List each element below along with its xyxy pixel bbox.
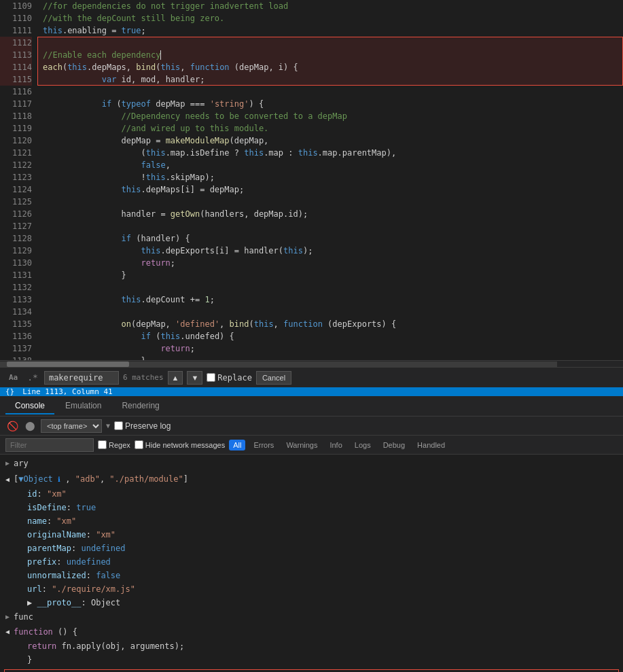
app-container: 1109 1110 1111 1112 1113 1114 1115 1116 … (0, 0, 623, 672)
frame-expand-icon[interactable]: ▼ (106, 422, 110, 429)
line-numbers: 1109 1110 1111 1112 1113 1114 1115 1116 … (0, 0, 37, 360)
code-line-1112 (37, 37, 623, 49)
code-line-1136: if (this.undefed) { (37, 330, 623, 342)
frame-select[interactable]: <top frame> (41, 419, 102, 433)
code-line-1119: //and wired up to this module. (37, 122, 623, 135)
line-num-1132: 1132 (0, 281, 32, 294)
code-line-1131: } (37, 269, 623, 281)
clear-console-icon[interactable]: 🚫 (5, 419, 20, 433)
prop-isdefine: isDefine: true (22, 501, 623, 514)
console-tabs: Console Emulation Rendering (0, 396, 623, 417)
code-line-1111: this.enabling = true; (37, 24, 623, 37)
hide-network-label[interactable]: Hide network messages (135, 440, 225, 449)
horizontal-scrollbar[interactable] (0, 360, 623, 367)
line-num-1117: 1117 (0, 98, 32, 110)
level-logs[interactable]: Logs (351, 440, 375, 450)
code-line-1125 (37, 196, 623, 208)
object-label: [▼Object ℹ , "adb", "./path/module"] (14, 473, 188, 486)
line-num-1116: 1116 (0, 86, 32, 98)
code-line-1124: this.depMaps[i] = depMap; (37, 183, 623, 196)
console-entry-func[interactable]: ▶ func (0, 609, 623, 624)
code-line-1118: //Dependency needs to be converted to a … (37, 110, 623, 122)
preserve-log-label[interactable]: Preserve log (114, 421, 171, 431)
replace-checkbox[interactable] (207, 373, 215, 382)
filter-icon[interactable]: ⬤ (24, 419, 37, 432)
expand-icon-func[interactable]: ▶ (5, 611, 10, 623)
code-line-1113: //Enable each dependency (37, 49, 623, 61)
prop-originalname: originalName: "xm" (22, 528, 623, 542)
console-entry-object: ◀ [▼Object ℹ , "adb", "./path/module"] i… (0, 472, 623, 609)
line-num-1119: 1119 (0, 122, 32, 135)
hide-network-checkbox[interactable] (135, 440, 143, 449)
level-all[interactable]: All (229, 440, 245, 450)
code-line-1117: if (typeof depMap === 'string') { (37, 98, 623, 110)
code-line-1110: //with the depCount still being zero. (37, 12, 623, 24)
console-toolbar: 🚫 ⬤ <top frame> ▼ Preserve log (0, 417, 623, 436)
next-match-btn[interactable]: ▼ (187, 371, 202, 385)
prop-unnormalized: unnormalized: false (22, 569, 623, 582)
match-count: 6 matches (123, 373, 164, 382)
tab-console[interactable]: Console (5, 398, 54, 414)
line-num-1111: 1111 (0, 24, 32, 37)
search-input[interactable] (44, 371, 119, 385)
prop-prefix: prefix: undefined (22, 555, 623, 569)
code-line-1128: if (handler) { (37, 232, 623, 245)
collapse-icon-func[interactable]: ◀ (5, 626, 10, 638)
console-entry-ary[interactable]: ▶ ary (0, 456, 623, 472)
prop-name: name: "xm" (22, 514, 623, 528)
case-sensitive-btn[interactable]: Aa (5, 372, 21, 383)
editor-area: 1109 1110 1111 1112 1113 1114 1115 1116 … (0, 0, 623, 387)
code-line-1126: handler = getOwn(handlers, depMap.id); (37, 208, 623, 220)
tab-emulation[interactable]: Emulation (56, 398, 111, 414)
function-line-2: } (22, 653, 623, 667)
line-num-1110: 1110 (0, 12, 32, 24)
console-entry-function: ◀ function () { return fn.apply(obj, arg… (0, 624, 623, 667)
level-warnings[interactable]: Warnings (282, 440, 321, 450)
function-header[interactable]: ◀ function () { (0, 624, 623, 639)
code-line-1127 (37, 220, 623, 232)
cancel-search-btn[interactable]: Cancel (256, 371, 291, 385)
expand-icon-ary[interactable]: ▶ (5, 457, 10, 470)
tab-rendering[interactable]: Rendering (112, 398, 168, 414)
replace-checkbox-label[interactable]: Replace (207, 373, 252, 383)
code-line-1137: return; (37, 342, 623, 355)
level-handled[interactable]: Handled (413, 440, 449, 450)
code-line-1133: this.depCount += 1; (37, 294, 623, 306)
console-output[interactable]: ▶ ary ◀ [▼Object ℹ , "adb", "./path/modu… (0, 455, 623, 672)
regex-checkbox[interactable] (98, 440, 107, 449)
level-info[interactable]: Info (325, 440, 346, 450)
function-body: return fn.apply(obj, arguments); } (0, 639, 623, 667)
line-num-1113: 1113 (0, 49, 32, 61)
line-num-1133: 1133 (0, 294, 32, 306)
code-content[interactable]: //for dependencies do not trigger inadve… (37, 0, 623, 360)
code-line-1129: this.depExports[i] = handler(this); (37, 245, 623, 257)
line-num-1118: 1118 (0, 110, 32, 122)
entry-label-func: func (14, 611, 33, 623)
prev-match-btn[interactable]: ▲ (168, 371, 183, 385)
line-num-1126: 1126 (0, 208, 32, 220)
line-num-1125: 1125 (0, 196, 32, 208)
code-line-1122: false, (37, 159, 623, 171)
preserve-log-checkbox[interactable] (114, 421, 123, 430)
code-line-1120: depMap = makeModuleMap(depMap, (37, 135, 623, 147)
line-num-1134: 1134 (0, 306, 32, 318)
object-header[interactable]: ◀ [▼Object ℹ , "adb", "./path/module"] (0, 472, 623, 487)
regex-btn[interactable]: .* (25, 372, 40, 383)
console-filter-input[interactable] (5, 438, 94, 452)
code-line-1130: return; (37, 257, 623, 269)
curly-braces-icon[interactable]: {} (5, 387, 14, 396)
line-num-1115: 1115 (0, 73, 32, 86)
collapse-icon-object[interactable]: ◀ (5, 474, 10, 486)
level-errors[interactable]: Errors (249, 440, 278, 450)
console-panel: Console Emulation Rendering 🚫 ⬤ <top fra… (0, 396, 623, 672)
prop-url: url: "./require/xm.js" (22, 582, 623, 596)
line-num-1120: 1120 (0, 135, 32, 147)
code-line-1114: each(this.depMaps, bind(this, function (… (37, 61, 623, 73)
object-properties: id: "xm" isDefine: true name: "xm" origi… (0, 487, 623, 609)
regex-filter-label[interactable]: Regex (98, 440, 130, 449)
line-num-1129: 1129 (0, 245, 32, 257)
line-num-1131: 1131 (0, 269, 32, 281)
level-debug[interactable]: Debug (379, 440, 409, 450)
prop-proto[interactable]: ▶ __proto__: Object (22, 596, 623, 609)
line-num-1124: 1124 (0, 183, 32, 196)
